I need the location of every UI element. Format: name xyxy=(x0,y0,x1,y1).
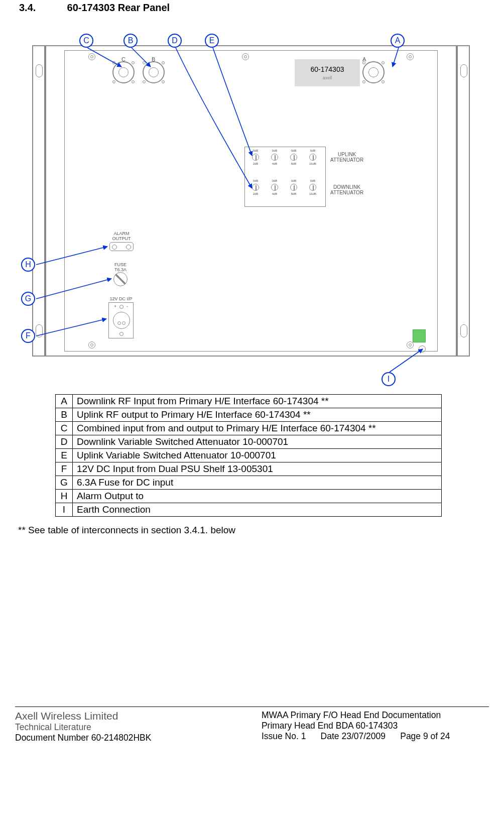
dc-input-connector: + - xyxy=(108,302,134,338)
earth-terminal xyxy=(413,329,426,342)
table-key: B xyxy=(56,408,73,422)
footer-doc-title-1: MWAA Primary F/O Head End Documentation xyxy=(262,710,489,721)
alarm-output-connector xyxy=(109,242,134,251)
brand-logo: axell xyxy=(323,75,332,80)
callout-D: D xyxy=(168,34,182,48)
table-desc: Uplink RF output to Primary H/E Interfac… xyxy=(73,408,442,422)
footer-issue-date-page: Issue No. 1 Date 23/07/2009 Page 9 of 24 xyxy=(262,731,489,742)
polarity-minus: - xyxy=(127,304,128,309)
mounting-ear-right xyxy=(457,45,470,357)
footer-tech-literature: Technical Literature xyxy=(15,722,262,733)
callout-I: I xyxy=(382,372,396,386)
callout-G: G xyxy=(21,292,35,306)
table-desc: Uplink Variable Switched Attenuator 10-0… xyxy=(73,449,442,462)
table-desc: Earth Connection xyxy=(73,503,442,517)
polarity-plus: + xyxy=(114,304,116,309)
downlink-attenuator-label: DOWNLINK ATTENUATOR xyxy=(330,184,363,195)
connector-B xyxy=(143,61,165,83)
table-row: ADownlink RF Input from Primary H/E Inte… xyxy=(56,395,442,408)
table-row: F12V DC Input from Dual PSU Shelf 13-005… xyxy=(56,462,442,476)
table-row: IEarth Connection xyxy=(56,503,442,517)
footer-company: Axell Wireless Limited xyxy=(15,710,262,722)
page-footer: Axell Wireless Limited Technical Literat… xyxy=(15,710,489,743)
table-row: CCombined input from and output to Prima… xyxy=(56,422,442,435)
screw-icon xyxy=(242,53,249,60)
table-key: G xyxy=(56,476,73,490)
footer-divider xyxy=(15,707,489,707)
screw-icon xyxy=(88,341,95,348)
table-key: H xyxy=(56,490,73,503)
table-key: F xyxy=(56,462,73,476)
callout-F: F xyxy=(21,329,35,343)
callout-E: E xyxy=(205,34,219,48)
panel-chassis: C B A 60-174303 axell 0dB2dB 0dB4dB 0dB8… xyxy=(45,45,457,357)
table-row: BUplink RF output to Primary H/E Interfa… xyxy=(56,408,442,422)
callout-reference-table: ADownlink RF Input from Primary H/E Inte… xyxy=(55,394,442,517)
table-row: HAlarm Output to xyxy=(56,490,442,503)
callout-C: C xyxy=(79,34,93,48)
callout-A: A xyxy=(391,34,405,48)
table-desc: 6.3A Fuse for DC input xyxy=(73,476,442,490)
connector-C xyxy=(112,61,135,83)
table-row: EUplink Variable Switched Attenuator 10-… xyxy=(56,449,442,462)
downlink-attenuator-row: 0dB2dB 0dB4dB 0dB8dB 0dB16dB xyxy=(245,179,325,204)
table-key: E xyxy=(56,449,73,462)
fuse-label: FUSE T6.3A xyxy=(110,262,131,272)
footer-doc-title-2: Primary Head End BDA 60-174303 xyxy=(262,721,489,731)
table-desc: Combined input from and output to Primar… xyxy=(73,422,442,435)
dc-input-label: 12V DC I/P xyxy=(107,296,135,301)
callout-B: B xyxy=(123,34,138,48)
alarm-output-label: ALARM OUTPUT xyxy=(109,231,134,241)
mounting-ear-left xyxy=(32,45,45,357)
connector-A-label: A xyxy=(362,56,366,62)
connector-B-label: B xyxy=(152,56,155,62)
table-row: DDownlink Variable Switched Attenuator 1… xyxy=(56,435,442,449)
section-title: 60-174303 Rear Panel xyxy=(67,2,170,13)
fuse-holder xyxy=(113,272,128,286)
table-desc: 12V DC Input from Dual PSU Shelf 13-0053… xyxy=(73,462,442,476)
attenuator-module: 0dB2dB 0dB4dB 0dB8dB 0dB16dB 0dB2dB 0dB4… xyxy=(244,147,326,207)
table-row: G6.3A Fuse for DC input xyxy=(56,476,442,490)
table-key: D xyxy=(56,435,73,449)
table-desc: Downlink RF Input from Primary H/E Inter… xyxy=(73,395,442,408)
earth-screw-icon xyxy=(419,345,426,353)
table-key: I xyxy=(56,503,73,517)
connector-A xyxy=(362,61,385,83)
section-number: 3.4. xyxy=(19,2,64,14)
screw-icon xyxy=(407,341,414,348)
screw-icon xyxy=(88,53,95,60)
screw-icon xyxy=(407,53,414,60)
part-number-text: 60-174303 xyxy=(311,65,344,73)
callout-H: H xyxy=(21,258,35,272)
part-number-label: 60-174303 axell xyxy=(295,59,360,86)
footer-doc-number: Document Number 60-214802HBK xyxy=(15,733,262,743)
table-key: C xyxy=(56,422,73,435)
section-heading: 3.4. 60-174303 Rear Panel xyxy=(19,2,489,14)
uplink-attenuator-row: 0dB2dB 0dB4dB 0dB8dB 0dB16dB xyxy=(245,149,325,174)
footnote: ** See table of interconnects in section… xyxy=(18,525,489,536)
table-desc: Alarm Output to xyxy=(73,490,442,503)
uplink-attenuator-label: UPLINK ATTENUATOR xyxy=(330,152,363,163)
table-desc: Downlink Variable Switched Attenuator 10… xyxy=(73,435,442,449)
connector-C-label: C xyxy=(121,56,125,62)
rear-panel-diagram: C B D E A H G F I xyxy=(15,18,489,389)
table-key: A xyxy=(56,395,73,408)
